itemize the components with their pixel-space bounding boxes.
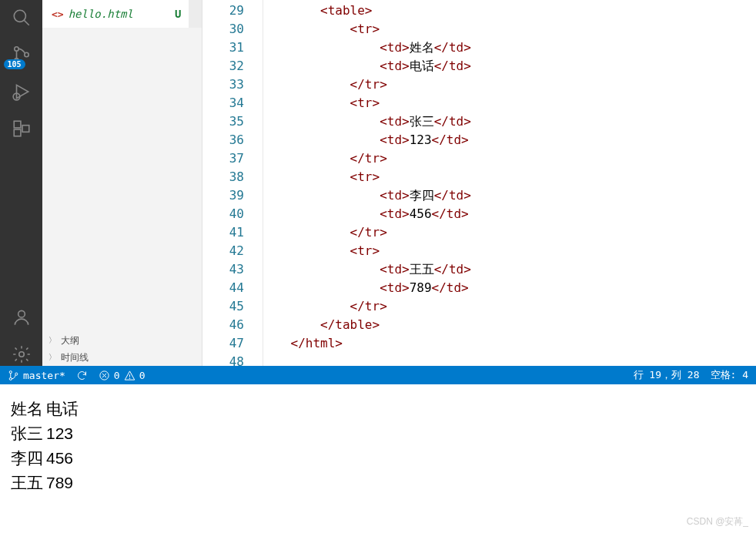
line-number: 45: [202, 297, 244, 316]
file-tab-status: U: [175, 8, 181, 20]
line-number: 43: [202, 260, 244, 279]
indent-guide: [263, 0, 263, 366]
scm-badge: 105: [4, 59, 25, 69]
code-line[interactable]: <td>王五</td>: [261, 260, 756, 279]
table-row: 李四456: [11, 446, 82, 471]
svg-point-14: [15, 373, 18, 375]
extensions-icon[interactable]: [10, 117, 33, 140]
line-number: 40: [202, 205, 244, 223]
line-number: 31: [202, 39, 244, 57]
table-row: 张三123: [11, 421, 82, 446]
code-line[interactable]: [261, 353, 756, 371]
code-line[interactable]: </table>: [261, 316, 756, 334]
line-number: 32: [202, 57, 244, 75]
svg-rect-8: [14, 129, 21, 136]
code-line[interactable]: <td>123</td>: [261, 131, 756, 149]
table-cell: 123: [46, 421, 82, 446]
outline-label: 大纲: [61, 334, 79, 347]
code-line[interactable]: <td>姓名</td>: [261, 39, 756, 57]
preview-table: 姓名电话张三123李四456王五789: [11, 397, 82, 495]
svg-line-1: [24, 20, 29, 25]
chevron-right-icon: 〉: [49, 352, 56, 363]
branch-name: master*: [23, 370, 65, 381]
table-cell: 456: [46, 446, 82, 471]
table-cell: 789: [46, 471, 82, 495]
table-cell: 电话: [46, 397, 82, 421]
chevron-right-icon: 〉: [49, 335, 56, 346]
html-file-icon: <>: [52, 8, 64, 20]
editor-tabs: <> hello.html U: [42, 0, 202, 28]
code-line[interactable]: <tr>: [261, 94, 756, 112]
run-debug-icon[interactable]: [10, 80, 33, 103]
side-panel: <> hello.html U 〉大纲 〉时间线: [42, 0, 202, 366]
code-line[interactable]: <tr>: [261, 168, 756, 186]
preview-pane: 姓名电话张三123李四456王五789 CSDN @安苒_: [0, 384, 756, 533]
line-number: 39: [202, 186, 244, 205]
line-gutter: 2930313233343536373839404142434445464748: [202, 0, 261, 366]
line-number: 47: [202, 334, 244, 353]
table-cell: 李四: [11, 446, 46, 471]
table-row: 姓名电话: [11, 397, 82, 421]
line-number: 34: [202, 94, 244, 112]
code-area[interactable]: <table> <tr> <td>姓名</td> <td>电话</td> </t…: [261, 0, 756, 366]
svg-rect-7: [14, 121, 21, 128]
line-number: 33: [202, 75, 244, 94]
error-count: 0: [114, 370, 120, 381]
svg-point-11: [18, 352, 24, 357]
timeline-label: 时间线: [61, 351, 89, 364]
problems[interactable]: 0 0: [99, 370, 146, 381]
line-number: 48: [202, 353, 244, 371]
file-tab-hello[interactable]: <> hello.html U: [42, 0, 189, 28]
svg-point-4: [24, 52, 28, 56]
code-line[interactable]: </tr>: [261, 149, 756, 168]
file-tab-name: hello.html: [69, 8, 133, 20]
code-line[interactable]: </html>: [261, 334, 756, 353]
timeline-section[interactable]: 〉时间线: [42, 349, 202, 366]
line-number: 30: [202, 20, 244, 39]
git-branch[interactable]: master*: [8, 370, 65, 381]
code-line[interactable]: </tr>: [261, 223, 756, 242]
svg-point-13: [9, 377, 12, 380]
svg-point-2: [14, 47, 18, 51]
sync-button[interactable]: [76, 370, 88, 381]
table-cell: 张三: [11, 421, 46, 446]
code-line[interactable]: <tr>: [261, 242, 756, 260]
watermark: CSDN @安苒_: [687, 515, 748, 528]
line-number: 46: [202, 316, 244, 334]
line-number: 29: [202, 2, 244, 20]
line-number: 42: [202, 242, 244, 260]
svg-point-10: [18, 310, 25, 317]
svg-marker-5: [16, 85, 28, 98]
svg-point-12: [9, 370, 12, 373]
line-number: 44: [202, 279, 244, 297]
warning-count: 0: [139, 370, 146, 381]
source-control-icon[interactable]: 105: [10, 43, 33, 66]
code-line[interactable]: <td>789</td>: [261, 279, 756, 297]
activity-bar: 105: [0, 0, 42, 366]
svg-point-19: [129, 377, 130, 378]
line-number: 36: [202, 131, 244, 149]
svg-point-0: [14, 10, 25, 22]
code-line[interactable]: <td>456</td>: [261, 205, 756, 223]
account-icon[interactable]: [10, 306, 33, 329]
gear-icon[interactable]: [10, 343, 33, 366]
code-line[interactable]: <td>电话</td>: [261, 57, 756, 75]
table-cell: 姓名: [11, 397, 46, 421]
line-number: 41: [202, 223, 244, 242]
code-line[interactable]: <table>: [261, 2, 756, 20]
code-line[interactable]: <tr>: [261, 20, 756, 39]
search-icon[interactable]: [10, 6, 33, 29]
line-number: 38: [202, 168, 244, 186]
code-line[interactable]: <td>李四</td>: [261, 186, 756, 205]
code-line[interactable]: <td>张三</td>: [261, 112, 756, 131]
outline-section[interactable]: 〉大纲: [42, 332, 202, 349]
table-cell: 王五: [11, 471, 46, 495]
code-editor[interactable]: 2930313233343536373839404142434445464748…: [202, 0, 756, 366]
code-line[interactable]: </tr>: [261, 75, 756, 94]
line-number: 37: [202, 149, 244, 168]
table-row: 王五789: [11, 471, 82, 495]
svg-rect-9: [22, 126, 29, 132]
line-number: 35: [202, 112, 244, 131]
code-line[interactable]: </tr>: [261, 297, 756, 316]
